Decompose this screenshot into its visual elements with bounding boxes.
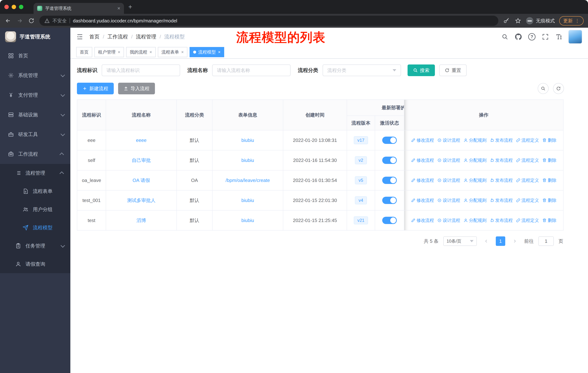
create-process-button[interactable]: 新建流程 [77, 83, 114, 94]
sidebar-item-devtools[interactable]: 研发工具 [0, 125, 70, 144]
action-delete-link[interactable]: 删除 [542, 217, 556, 223]
action-edit-link[interactable]: 修改流程 [411, 197, 434, 203]
window-minimize-button[interactable] [12, 5, 16, 9]
action-assign-rules-link[interactable]: 分配规则 [463, 217, 486, 223]
tag-close-icon[interactable]: × [181, 50, 184, 54]
next-page-button[interactable] [510, 236, 519, 246]
action-assign-rules-link[interactable]: 分配规则 [463, 197, 486, 203]
sidebar-item-process-management[interactable]: 流程管理 [0, 164, 70, 182]
action-edit-link[interactable]: 修改流程 [411, 177, 434, 183]
sidebar-item-home[interactable]: 首页 [0, 46, 70, 66]
form-info-link[interactable]: biubiu [241, 158, 254, 163]
action-publish-link[interactable]: 发布流程 [490, 217, 513, 223]
action-design-link[interactable]: 设计流程 [437, 157, 460, 163]
tag-home[interactable]: 首页 [76, 47, 92, 57]
action-edit-link[interactable]: 修改流程 [411, 217, 434, 223]
font-size-icon[interactable] [555, 33, 563, 41]
current-page-button[interactable]: 1 [496, 236, 505, 246]
form-info-link[interactable]: biubiu [241, 138, 254, 143]
address-bar[interactable]: 不安全 dashboard.yudao.iocoder.cn/bpm/manag… [39, 16, 498, 26]
import-process-button[interactable]: 导入流程 [118, 83, 155, 94]
window-zoom-button[interactable] [19, 5, 23, 9]
active-toggle[interactable] [382, 217, 397, 224]
process-name-link[interactable]: 滔博 [136, 218, 146, 223]
tag-process-form[interactable]: 流程表单 × [158, 47, 187, 57]
active-toggle[interactable] [382, 177, 397, 184]
show-search-toggle-button[interactable] [538, 83, 549, 94]
sidebar-item-system[interactable]: 系统管理 [0, 66, 70, 85]
process-name-link[interactable]: eeee [136, 138, 147, 143]
action-design-link[interactable]: 设计流程 [437, 177, 460, 183]
action-assign-rules-link[interactable]: 分配规则 [463, 177, 486, 183]
category-select[interactable]: 流程分类 [323, 64, 401, 76]
password-key-icon[interactable] [503, 17, 510, 24]
sidebar-item-process-model[interactable]: 流程模型 [0, 219, 70, 237]
process-id-input[interactable] [102, 64, 180, 76]
sidebar-item-task-management[interactable]: 任务管理 [0, 237, 70, 255]
active-toggle[interactable] [382, 137, 397, 144]
forward-button[interactable] [16, 17, 23, 24]
sidebar-item-workflow[interactable]: 工作流程 [0, 144, 70, 164]
action-definition-link[interactable]: 流程定义 [516, 137, 539, 143]
action-delete-link[interactable]: 删除 [542, 137, 556, 143]
back-button[interactable] [4, 17, 12, 24]
github-icon[interactable] [514, 33, 522, 41]
action-publish-link[interactable]: 发布流程 [490, 197, 513, 203]
refresh-table-button[interactable] [553, 83, 564, 94]
tag-close-icon[interactable]: × [149, 50, 152, 54]
active-toggle[interactable] [382, 157, 397, 164]
sidebar-item-infrastructure[interactable]: 基础设施 [0, 105, 70, 125]
breadcrumb-item[interactable]: 首页 [89, 33, 100, 40]
action-publish-link[interactable]: 发布流程 [490, 157, 513, 163]
breadcrumb-item[interactable]: 工作流程 [107, 33, 128, 40]
search-button[interactable]: 搜索 [408, 64, 435, 76]
action-edit-link[interactable]: 修改流程 [411, 157, 434, 163]
tag-close-icon[interactable]: × [118, 50, 120, 54]
action-definition-link[interactable]: 流程定义 [516, 217, 539, 223]
page-size-select[interactable]: 10条/页 [443, 236, 477, 246]
action-delete-link[interactable]: 删除 [542, 177, 556, 183]
brand[interactable]: 芋道管理系统 [0, 28, 70, 46]
tag-tenant[interactable]: 租户管理 × [94, 47, 124, 57]
sidebar-item-user-group[interactable]: 用户分组 [0, 200, 70, 219]
new-tab-button[interactable]: + [128, 4, 132, 10]
form-info-link[interactable]: biubiu [241, 218, 254, 223]
action-assign-rules-link[interactable]: 分配规则 [463, 157, 486, 163]
search-icon[interactable] [501, 33, 509, 41]
form-info-link[interactable]: biubiu [241, 198, 254, 203]
action-delete-link[interactable]: 删除 [542, 197, 556, 203]
active-toggle[interactable] [382, 197, 397, 204]
fullscreen-icon[interactable] [541, 33, 549, 41]
form-info-link[interactable]: /bpm/oa/leave/create [226, 178, 270, 183]
action-design-link[interactable]: 设计流程 [437, 217, 460, 223]
update-button[interactable]: 更新 ⋮ [559, 16, 584, 26]
process-name-link[interactable]: 测试多审批人 [127, 198, 156, 203]
tag-my-process[interactable]: 我的流程 × [126, 47, 156, 57]
prev-page-button[interactable] [482, 236, 491, 246]
tab-close-icon[interactable]: × [117, 6, 120, 11]
sidebar-item-payment[interactable]: 支付管理 [0, 85, 70, 105]
browser-tab[interactable]: 芋道管理系统 × [33, 3, 124, 14]
action-definition-link[interactable]: 流程定义 [516, 197, 539, 203]
action-publish-link[interactable]: 发布流程 [490, 137, 513, 143]
process-name-link[interactable]: 自己审批 [132, 158, 151, 163]
window-close-button[interactable] [4, 5, 9, 9]
bookmark-star-icon[interactable] [514, 17, 522, 24]
tag-close-icon[interactable]: × [218, 50, 220, 54]
action-design-link[interactable]: 设计流程 [437, 197, 460, 203]
tag-process-model[interactable]: 流程模型 × [189, 47, 224, 57]
process-name-link[interactable]: OA 请假 [133, 178, 150, 183]
reload-button[interactable] [28, 17, 35, 24]
breadcrumb-item[interactable]: 流程管理 [136, 33, 156, 40]
action-assign-rules-link[interactable]: 分配规则 [463, 137, 486, 143]
avatar[interactable] [568, 30, 582, 44]
action-delete-link[interactable]: 删除 [542, 157, 556, 163]
action-definition-link[interactable]: 流程定义 [516, 177, 539, 183]
goto-page-input[interactable] [538, 236, 554, 246]
process-name-input[interactable] [212, 64, 291, 76]
sidebar-item-leave-query[interactable]: 请假查询 [0, 255, 70, 273]
sidebar-item-process-form[interactable]: 流程表单 [0, 182, 70, 200]
help-icon[interactable]: ? [528, 33, 536, 41]
action-edit-link[interactable]: 修改流程 [411, 137, 434, 143]
sidebar-collapse-icon[interactable] [76, 33, 84, 40]
